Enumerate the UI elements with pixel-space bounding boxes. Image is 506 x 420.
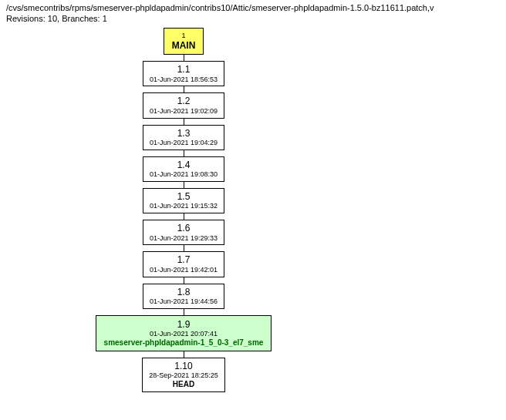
revision-timestamp: 01-Jun-2021 20:07:41 xyxy=(104,330,264,338)
connector xyxy=(184,55,184,61)
revision-version: 1.4 xyxy=(150,160,218,170)
revision-version: 1.1 xyxy=(150,64,218,75)
branch-main-label: MAIN xyxy=(172,40,196,51)
revision-node[interactable]: 1.3 01-Jun-2021 19:04:29 xyxy=(143,125,224,150)
revision-version: 1.2 xyxy=(150,96,218,106)
revision-timestamp: 01-Jun-2021 19:08:30 xyxy=(150,170,218,179)
revision-node[interactable]: 1.6 01-Jun-2021 19:29:33 xyxy=(143,220,224,245)
revision-node[interactable]: 1.2 01-Jun-2021 19:02:09 xyxy=(143,92,224,118)
revision-version: 1.5 xyxy=(150,191,218,202)
revision-timestamp: 01-Jun-2021 19:44:56 xyxy=(150,297,218,306)
connector xyxy=(184,119,184,125)
connector xyxy=(184,86,184,92)
revision-timestamp: 01-Jun-2021 19:29:33 xyxy=(150,234,218,243)
revision-timestamp: 01-Jun-2021 19:42:01 xyxy=(150,266,218,274)
revision-tag: smeserver-phpldapadmin-1_5_0-3_el7_sme xyxy=(104,338,264,348)
revision-node[interactable]: 1.5 01-Jun-2021 19:15:32 xyxy=(143,188,224,213)
revision-timestamp: 01-Jun-2021 18:56:53 xyxy=(150,76,218,84)
revision-timestamp: 28-Sep-2021 18:25:25 xyxy=(149,371,218,380)
revision-version: 1.10 xyxy=(149,361,218,371)
revision-head-node[interactable]: 1.10 28-Sep-2021 18:25:25 HEAD xyxy=(142,358,225,392)
connector xyxy=(184,351,184,358)
connector xyxy=(184,277,184,284)
connector xyxy=(184,150,184,156)
revision-meta: Revisions: 10, Branches: 1 xyxy=(6,14,500,23)
revision-tagged-node[interactable]: 1.9 01-Jun-2021 20:07:41 smeserver-phpld… xyxy=(96,315,272,351)
revision-node[interactable]: 1.1 01-Jun-2021 18:56:53 xyxy=(143,61,224,86)
revision-version: 1.6 xyxy=(150,223,218,234)
connector xyxy=(184,182,184,188)
head-label: HEAD xyxy=(149,380,218,389)
revision-version: 1.3 xyxy=(150,128,218,139)
revision-node[interactable]: 1.8 01-Jun-2021 19:44:56 xyxy=(143,284,224,309)
branch-small-label: 1 xyxy=(172,32,196,40)
revision-version: 1.8 xyxy=(150,287,218,297)
revision-timestamp: 01-Jun-2021 19:04:29 xyxy=(150,139,218,147)
connector xyxy=(184,245,184,251)
revision-timestamp: 01-Jun-2021 19:15:32 xyxy=(150,202,218,210)
revision-node[interactable]: 1.4 01-Jun-2021 19:08:30 xyxy=(143,156,224,182)
revision-version: 1.9 xyxy=(104,319,264,330)
connector xyxy=(184,213,184,220)
revision-version: 1.7 xyxy=(150,254,218,265)
file-path: /cvs/smecontribs/rpms/smeserver-phpldapa… xyxy=(6,3,500,12)
branch-main-node[interactable]: 1 MAIN xyxy=(164,28,204,55)
revision-graph: 1 MAIN 1.1 01-Jun-2021 18:56:53 1.2 01-J… xyxy=(68,28,299,392)
revision-node[interactable]: 1.7 01-Jun-2021 19:42:01 xyxy=(143,251,224,277)
connector xyxy=(184,309,184,315)
revision-timestamp: 01-Jun-2021 19:02:09 xyxy=(150,107,218,116)
